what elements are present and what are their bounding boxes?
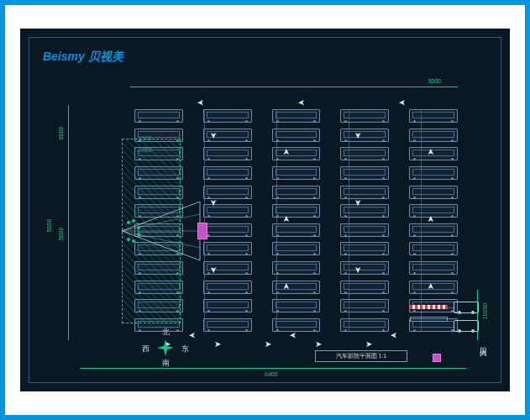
parked-car-icon <box>340 166 389 180</box>
flow-arrow: ➤ <box>281 283 291 290</box>
parked-car-icon <box>409 186 458 199</box>
svg-point-2 <box>127 238 130 241</box>
compass-w: 西 <box>142 344 150 354</box>
parked-car-icon <box>272 242 321 255</box>
parked-car-icon <box>340 223 389 237</box>
parked-car-icon <box>409 242 458 255</box>
parked-car-icon <box>272 109 321 123</box>
flow-arrow: ➤ <box>426 216 435 223</box>
parked-car-icon <box>203 147 252 160</box>
drawing-border: Beismy 贝视美 5000 6000 5000 5000 6400 1100… <box>29 37 501 383</box>
dim-height-total: 5000 <box>46 219 52 233</box>
reference-marker <box>433 354 441 362</box>
gate-car-icon <box>454 302 479 313</box>
svg-point-4 <box>137 226 140 229</box>
parked-car-icon <box>409 261 458 275</box>
parked-car-icon <box>203 318 252 332</box>
parking-lot: 5000 6000 5000 5000 6400 1100 1850 10000 <box>80 97 466 357</box>
compass-rose: 北 南 东 西 <box>139 327 189 369</box>
parked-car-icon <box>340 129 389 142</box>
svg-point-1 <box>132 219 135 223</box>
parking-col-4 <box>340 109 389 332</box>
parked-car-icon <box>272 204 321 218</box>
barrier-gate <box>410 305 448 309</box>
parked-car-icon <box>203 242 252 255</box>
parked-car-icon <box>340 318 389 332</box>
flow-arrow: ➤ <box>298 98 305 108</box>
svg-point-0 <box>127 221 130 224</box>
parked-car-icon <box>409 166 458 180</box>
dim-line-bottom <box>80 368 466 369</box>
parked-car-icon <box>409 109 458 123</box>
flow-arrow: ➤ <box>281 149 291 155</box>
flow-arrow: ➤ <box>354 266 363 273</box>
svg-point-3 <box>132 239 135 243</box>
flow-arrow: ➤ <box>354 132 363 139</box>
parked-car-icon <box>272 223 321 237</box>
screen-marker <box>197 223 207 239</box>
parked-car-icon <box>272 166 321 180</box>
flow-arrow: ➤ <box>365 339 372 349</box>
gate-car-icon <box>454 320 479 332</box>
parked-car-icon <box>272 186 321 199</box>
dim-left-2: 5000 <box>58 228 64 241</box>
compass-n: 北 <box>162 327 170 338</box>
parking-col-3 <box>272 109 321 332</box>
flow-arrow: ➤ <box>399 98 406 108</box>
flow-arrow: ➤ <box>391 331 397 340</box>
parked-car-icon <box>340 261 389 275</box>
flow-arrow: ➤ <box>197 98 204 108</box>
flow-arrow: ➤ <box>209 132 218 139</box>
parked-car-icon <box>340 204 389 218</box>
parked-car-icon <box>409 223 458 237</box>
dim-top-margin: 5000 <box>428 78 441 84</box>
svg-point-5 <box>137 233 140 236</box>
dim-line-top <box>130 87 458 87</box>
parked-car-icon <box>272 318 321 332</box>
flow-arrow: ➤ <box>209 266 218 273</box>
drawing-title-block: 汽车影院平面图 1:1 <box>315 350 407 362</box>
app-frame: Beismy 贝视美 5000 6000 5000 5000 6400 1100… <box>0 0 530 420</box>
entrance-gate-area <box>410 298 485 340</box>
flow-arrow: ➤ <box>426 283 435 290</box>
flow-arrow: ➤ <box>354 199 363 206</box>
drawing-title: 汽车影院平面图 1:1 <box>336 352 387 360</box>
parked-car-icon <box>203 186 252 199</box>
parked-car-icon <box>203 109 252 123</box>
flow-arrow: ➤ <box>281 216 291 223</box>
dim-width-total: 6400 <box>265 371 278 377</box>
projection-cone <box>120 197 204 265</box>
parked-car-icon <box>203 223 252 237</box>
cad-canvas[interactable]: Beismy 贝视美 5000 6000 5000 5000 6400 1100… <box>20 29 510 391</box>
parked-car-icon <box>340 147 389 160</box>
parked-car-icon <box>134 109 183 123</box>
parked-car-icon <box>340 242 389 255</box>
parked-car-icon <box>272 261 321 275</box>
parked-car-icon <box>409 129 458 142</box>
parking-col-2 <box>203 109 252 332</box>
compass-s: 南 <box>162 358 170 369</box>
gate-base <box>410 317 448 322</box>
flow-arrow: ➤ <box>189 331 196 340</box>
dim-left-1: 6000 <box>58 127 64 140</box>
compass-e: 东 <box>181 344 189 354</box>
parked-car-icon <box>272 281 321 294</box>
parked-car-icon <box>203 299 252 312</box>
flow-arrow: ➤ <box>209 199 218 206</box>
flow-arrow: ➤ <box>214 339 221 349</box>
parked-car-icon <box>203 204 252 218</box>
parked-car-icon <box>340 281 389 294</box>
parked-car-icon <box>203 166 252 180</box>
flow-arrow: ➤ <box>290 331 296 340</box>
flow-arrow: ➤ <box>265 339 271 349</box>
parked-car-icon <box>340 186 389 199</box>
parked-car-icon <box>203 281 252 294</box>
parked-car-icon <box>272 147 321 160</box>
flow-arrow: ➤ <box>426 149 435 155</box>
parked-car-icon <box>272 129 321 142</box>
dim-line-left <box>68 105 69 340</box>
parked-car-icon <box>340 299 389 312</box>
parked-car-icon <box>272 299 321 312</box>
flow-arrow: ➤ <box>315 339 322 349</box>
parked-car-icon <box>340 109 389 123</box>
